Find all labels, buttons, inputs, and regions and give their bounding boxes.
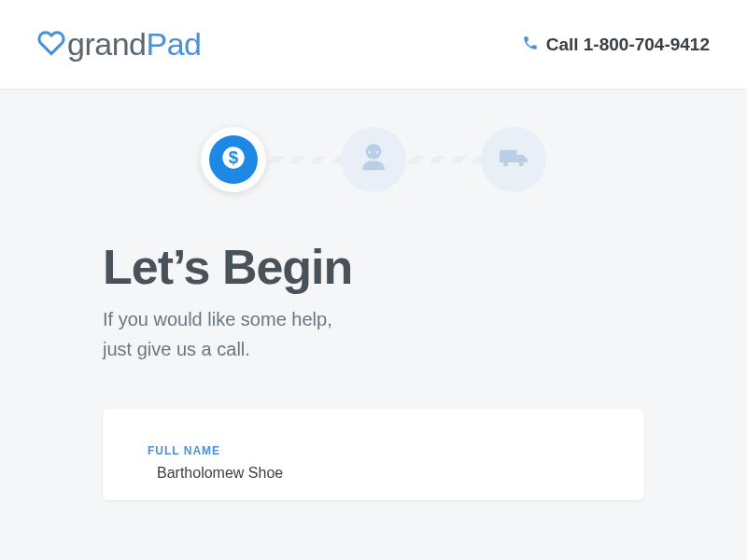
svg-point-4 bbox=[376, 151, 379, 154]
phone-link[interactable]: Call 1-800-704-9412 bbox=[522, 35, 710, 55]
person-icon bbox=[355, 139, 392, 180]
content: $ bbox=[0, 90, 747, 500]
phone-label: Call 1-800-704-9412 bbox=[546, 35, 710, 55]
subtitle-line2: just give us a call. bbox=[103, 339, 250, 359]
subtitle-line1: If you would like some help, bbox=[103, 309, 332, 329]
main-content: Let’s Begin If you would like some help,… bbox=[0, 239, 747, 500]
step-payment-circle: $ bbox=[201, 127, 266, 192]
page-subtitle: If you would like some help, just give u… bbox=[103, 304, 644, 364]
progress-connector bbox=[266, 156, 341, 163]
svg-point-2 bbox=[366, 144, 382, 160]
svg-point-3 bbox=[369, 151, 372, 154]
page-title: Let’s Begin bbox=[103, 239, 644, 295]
progress-step-user bbox=[341, 127, 406, 192]
header: grandPad Call 1-800-704-9412 bbox=[0, 0, 747, 90]
logo-text-grand: grand bbox=[67, 26, 146, 62]
heart-icon bbox=[37, 29, 65, 61]
svg-point-5 bbox=[503, 161, 508, 166]
phone-icon bbox=[522, 35, 539, 55]
logo[interactable]: grandPad bbox=[37, 26, 201, 63]
svg-point-6 bbox=[519, 161, 524, 166]
progress-step-shipping bbox=[481, 127, 546, 192]
dollar-icon: $ bbox=[220, 145, 247, 175]
logo-text-pad: Pad bbox=[146, 26, 201, 62]
field-value: Bartholomew Shoe bbox=[148, 465, 599, 482]
form-card: FULL NAME Bartholomew Shoe bbox=[103, 409, 644, 500]
step-shipping-circle bbox=[481, 127, 546, 192]
truck-icon bbox=[495, 139, 532, 180]
svg-text:$: $ bbox=[229, 147, 239, 167]
progress-step-payment: $ bbox=[201, 127, 266, 192]
step-user-circle bbox=[341, 127, 406, 192]
field-label: FULL NAME bbox=[148, 444, 599, 457]
progress-connector bbox=[406, 156, 481, 163]
full-name-field[interactable]: FULL NAME Bartholomew Shoe bbox=[148, 444, 599, 482]
progress-indicator: $ bbox=[0, 127, 747, 192]
